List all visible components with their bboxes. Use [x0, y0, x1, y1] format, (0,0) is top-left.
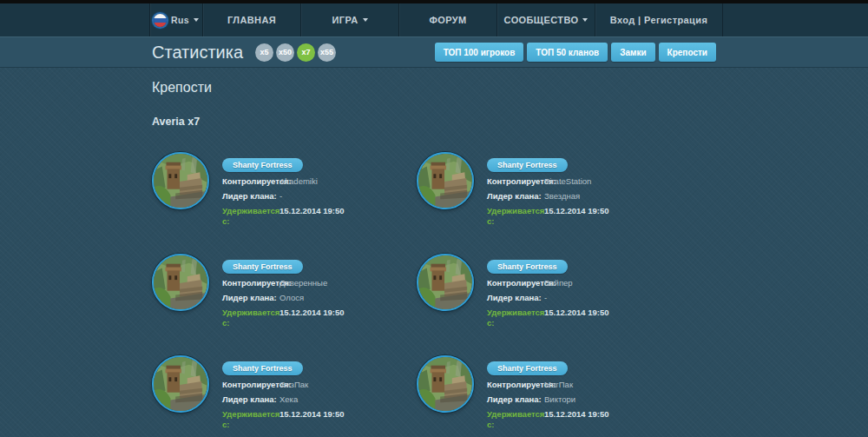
- stats-nav-buttons: ТОП 100 игроков ТОП 50 кланов Замки Креп…: [435, 43, 716, 62]
- leader-value: -: [279, 191, 282, 202]
- leader-value: -: [544, 293, 547, 303]
- held-since-value: 15.12.2014 19:50: [544, 409, 608, 430]
- fortress-name-badge[interactable]: Shanty Fortress: [222, 158, 303, 172]
- chevron-down-icon: [582, 18, 588, 22]
- held-since-label: Удерживается с:: [487, 206, 544, 227]
- rate-badge-x5[interactable]: x5: [255, 43, 273, 62]
- held-since-value: 15.12.2014 19:50: [279, 308, 344, 328]
- nav-item-label: СООБЩЕСТВО: [504, 15, 579, 25]
- statistics-header-strip: Статистика x5 x50 x7 x55 ТОП 100 игроков…: [0, 36, 868, 68]
- fortress-card: Shanty Fortress Контролируется:МагПак Ли…: [417, 355, 716, 430]
- fortress-name-badge[interactable]: Shanty Fortress: [222, 361, 303, 375]
- fortress-info: Shanty Fortress Контролируется:Вайпер Ли…: [487, 254, 608, 328]
- fortress-name-badge[interactable]: Shanty Fortress: [487, 361, 568, 375]
- controlled-value: PirateStation: [544, 176, 591, 187]
- controlled-label: Контролируется:: [487, 380, 544, 390]
- held-since-value: 15.12.2014 19:50: [544, 308, 608, 328]
- fortress-image[interactable]: [417, 152, 474, 209]
- navbar-right-spacer: [722, 3, 868, 36]
- server-rate-badges: x5 x50 x7 x55: [255, 43, 336, 62]
- page-title: Статистика: [152, 43, 243, 63]
- nav-item-community[interactable]: СООБЩЕСТВО: [496, 3, 595, 36]
- rate-badge-x55[interactable]: x55: [318, 43, 336, 62]
- server-name: Averia x7: [152, 116, 716, 128]
- navbar-left-spacer: [0, 3, 149, 36]
- leader-label: Лидер клана:: [222, 191, 279, 202]
- russia-flag-icon: [154, 14, 167, 27]
- top-navbar: Rus ГЛАВНАЯ ИГРА ФОРУМ СООБЩЕСТВО Вход |…: [0, 3, 868, 36]
- held-since-label: Удерживается с:: [487, 308, 544, 328]
- fortress-card: Shanty Fortress Контролируется:PirateSta…: [417, 152, 716, 227]
- held-since-label: Удерживается с:: [487, 409, 544, 430]
- controlled-value: ФизПак: [279, 380, 308, 390]
- controlled-label: Контролируется:: [487, 176, 544, 187]
- fortress-image[interactable]: [417, 254, 474, 311]
- nav-item-forum[interactable]: ФОРУМ: [398, 3, 496, 36]
- leader-label: Лидер клана:: [222, 293, 279, 303]
- language-label: Rus: [171, 15, 189, 25]
- chevron-down-icon: [363, 18, 368, 22]
- fortress-card: Shanty Fortress Контролируется:ФизПак Ли…: [152, 355, 417, 430]
- leader-label: Лидер клана:: [222, 394, 279, 405]
- castles-button[interactable]: Замки: [611, 43, 654, 62]
- held-since-value: 15.12.2014 19:50: [279, 206, 344, 227]
- fortress-info: Shanty Fortress Контролируется:ФизПак Ли…: [222, 355, 344, 430]
- rate-badge-x7-active[interactable]: x7: [297, 43, 315, 62]
- leader-label: Лидер клана:: [487, 394, 544, 405]
- top-50-clans-button[interactable]: ТОП 50 кланов: [527, 43, 608, 62]
- fortress-card-grid: Shanty Fortress Контролируется:Akademiki…: [152, 152, 716, 437]
- held-since-label: Удерживается с:: [222, 409, 279, 430]
- controlled-value: МагПак: [544, 380, 573, 390]
- login-register-label: Вход | Регистрация: [610, 15, 707, 25]
- main-content: Крепости Averia x7 Shanty Fortress Контр…: [152, 80, 716, 437]
- chevron-down-icon: [194, 18, 199, 22]
- fortress-image[interactable]: [152, 254, 209, 311]
- controlled-label: Контролируется:: [222, 380, 279, 390]
- fortress-info: Shanty Fortress Контролируется:Доверенны…: [222, 254, 344, 328]
- leader-value: Хека: [279, 394, 298, 405]
- held-since-value: 15.12.2014 19:50: [544, 206, 608, 227]
- language-selector[interactable]: Rus: [149, 3, 202, 36]
- controlled-label: Контролируется:: [222, 176, 279, 187]
- leader-value: Звездная: [544, 191, 580, 202]
- fortresses-button[interactable]: Крепости: [659, 43, 716, 62]
- controlled-label: Контролируется:: [222, 278, 279, 288]
- fortress-image[interactable]: [417, 355, 474, 413]
- section-heading: Крепости: [152, 80, 716, 96]
- top-100-players-button[interactable]: ТОП 100 игроков: [435, 43, 524, 62]
- fortress-card: Shanty Fortress Контролируется:Вайпер Ли…: [417, 254, 716, 328]
- login-register-link[interactable]: Вход | Регистрация: [595, 3, 722, 36]
- fortress-info: Shanty Fortress Контролируется:Akademiki…: [222, 152, 344, 227]
- nav-item-label: ГЛАВНАЯ: [227, 15, 276, 25]
- held-since-value: 15.12.2014 19:50: [279, 409, 344, 430]
- nav-item-label: ФОРУМ: [429, 15, 466, 25]
- fortress-info: Shanty Fortress Контролируется:МагПак Ли…: [487, 355, 608, 430]
- leader-value: Олося: [279, 293, 304, 303]
- held-since-label: Удерживается с:: [222, 308, 279, 328]
- fortress-card: Shanty Fortress Контролируется:Доверенны…: [152, 254, 417, 328]
- leader-value: Виктори: [544, 394, 575, 405]
- nav-item-label: ИГРА: [332, 15, 358, 25]
- fortress-card: Shanty Fortress Контролируется:Akademiki…: [152, 152, 417, 227]
- leader-label: Лидер клана:: [487, 293, 544, 303]
- controlled-value: Доверенные: [279, 278, 327, 288]
- controlled-label: Контролируется:: [487, 278, 544, 288]
- leader-label: Лидер клана:: [487, 191, 544, 202]
- nav-item-game[interactable]: ИГРА: [300, 3, 398, 36]
- fortress-name-badge[interactable]: Shanty Fortress: [487, 260, 568, 274]
- fortress-info: Shanty Fortress Контролируется:PirateSta…: [487, 152, 608, 227]
- fortress-name-badge[interactable]: Shanty Fortress: [487, 158, 568, 172]
- fortress-image[interactable]: [152, 355, 209, 413]
- held-since-label: Удерживается с:: [222, 206, 279, 227]
- controlled-value: Вайпер: [544, 278, 573, 288]
- fortress-image[interactable]: [152, 152, 209, 209]
- rate-badge-x50[interactable]: x50: [276, 43, 294, 62]
- nav-item-home[interactable]: ГЛАВНАЯ: [202, 3, 300, 36]
- fortress-name-badge[interactable]: Shanty Fortress: [222, 260, 303, 274]
- controlled-value: Akademiki: [279, 176, 318, 187]
